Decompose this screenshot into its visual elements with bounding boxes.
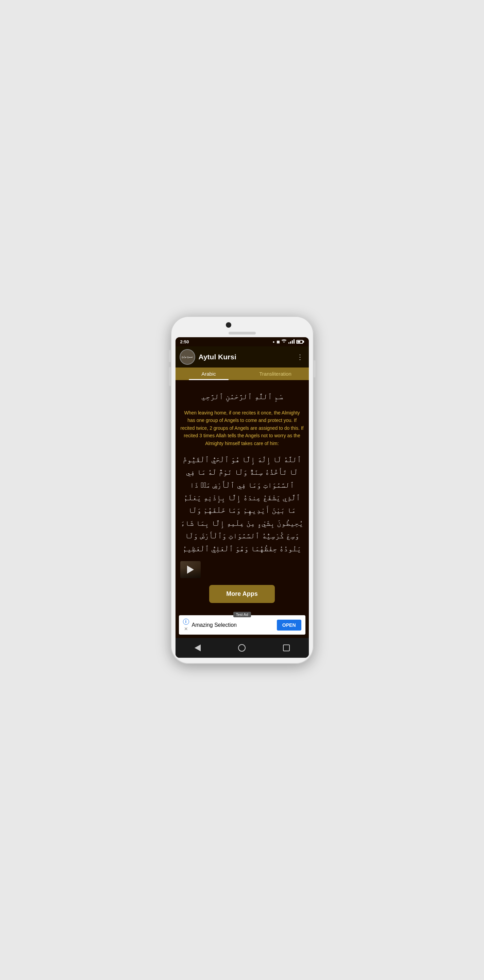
play-thumbnail[interactable] (180, 561, 201, 578)
ad-test-label: Test Ad (233, 612, 251, 617)
power-button (314, 360, 316, 377)
tab-transliteration[interactable]: Transliteration (242, 368, 309, 380)
sim-icon: ▦ (276, 340, 279, 344)
status-icons: ● ▦ (273, 339, 304, 344)
app-icon: تسبيح نوايح (179, 349, 195, 365)
more-apps-button[interactable]: More Apps (209, 585, 275, 603)
back-icon (195, 644, 201, 651)
recents-icon (283, 644, 290, 651)
signal-icon (289, 340, 295, 344)
svg-text:بِسْمِ ٱللَّٰهِ ٱلرَّحْمَٰنِ ٱ: بِسْمِ ٱللَّٰهِ ٱلرَّحْمَٰنِ ٱلرَّحِيمِ (202, 392, 283, 402)
overflow-menu-button[interactable]: ⋮ (295, 352, 305, 363)
front-camera (226, 322, 231, 328)
battery-icon (296, 340, 304, 344)
svg-marker-0 (283, 342, 285, 343)
speaker-bar (176, 332, 309, 334)
ad-main-text: Amazing Selection (192, 622, 237, 628)
audio-player[interactable] (180, 561, 304, 578)
notification-icon: ● (273, 340, 275, 344)
tab-arabic[interactable]: Arabic (176, 368, 242, 380)
phone-screen: 2:50 ● ▦ (176, 337, 309, 658)
ad-banner: Test Ad i ✕ Amazing Selection OPEN (179, 615, 305, 635)
bottom-navigation (176, 638, 309, 658)
speaker (229, 332, 256, 334)
play-icon (187, 566, 194, 574)
bismillah-image: بِسْمِ ٱللَّٰهِ ٱلرَّحْمَٰنِ ٱلرَّحِيمِ (180, 385, 304, 406)
volume-up-button (169, 350, 171, 362)
ad-open-button[interactable]: OPEN (277, 620, 302, 630)
back-button[interactable] (191, 643, 205, 653)
recents-button[interactable] (279, 643, 293, 653)
tab-bar: Arabic Transliteration (176, 368, 309, 380)
phone-frame: 2:50 ● ▦ (171, 316, 314, 664)
camera-row (176, 322, 309, 330)
status-time: 2:50 (180, 339, 189, 344)
status-bar: 2:50 ● ▦ (176, 337, 309, 347)
ad-close-button[interactable]: ✕ (184, 627, 188, 631)
ad-text: Amazing Selection (192, 622, 237, 628)
ad-info: i ✕ Amazing Selection (183, 619, 237, 631)
app-bar: تسبيح نوايح Aytul Kursi ⋮ (176, 347, 309, 368)
arabic-verse: ٱللَّهُ لَا إِلَٰهَ إِلَّا هُوَ ٱلْحَيُّ… (180, 453, 304, 555)
volume-down-button (169, 367, 171, 386)
main-content: بِسْمِ ٱللَّٰهِ ٱلرَّحْمَٰنِ ٱلرَّحِيمِ … (176, 380, 309, 615)
hadith-description: When leaving home, if one recites it onc… (180, 409, 304, 447)
ad-info-icon[interactable]: i (183, 619, 189, 625)
home-icon (238, 644, 246, 652)
app-title: Aytul Kursi (198, 353, 292, 361)
wifi-icon (281, 339, 287, 344)
home-button[interactable] (235, 643, 249, 653)
